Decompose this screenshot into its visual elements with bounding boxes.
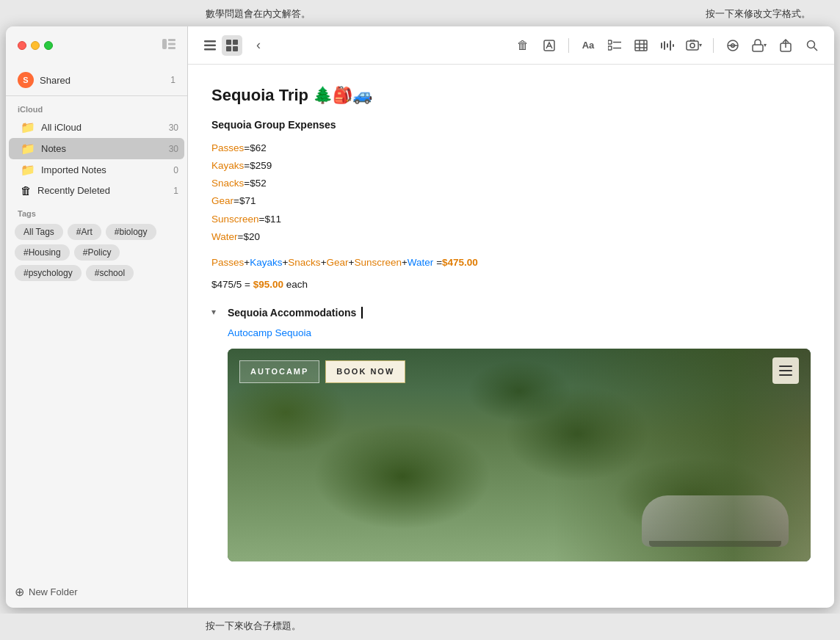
expense-kayaks: Kayaks=$259 <box>211 157 811 175</box>
svg-rect-7 <box>226 40 231 45</box>
imported-notes-badge: 0 <box>173 165 178 175</box>
list-view-button[interactable] <box>200 35 220 56</box>
sidebar-item-shared[interactable]: S Shared 1 <box>12 68 181 92</box>
tooltip-bar: 數學問題會在內文解答。 按一下來修改文字格式。 <box>0 0 840 26</box>
expense-passes: Passes=$62 <box>211 139 811 157</box>
collapse-chevron-icon[interactable]: ▾ <box>211 305 223 319</box>
export-button[interactable] <box>775 35 796 56</box>
svg-rect-8 <box>233 40 238 45</box>
tags-section: Tags All Tags #Art #biology #Housing #Po… <box>6 200 187 287</box>
expense-gear: Gear=$71 <box>211 192 811 210</box>
top-right-tooltip: 按一下來修改文字格式。 <box>706 7 811 21</box>
svg-rect-1 <box>168 39 175 41</box>
svg-rect-2 <box>168 43 175 46</box>
icloud-section: iCloud 📁 All iCloud 30 📁 Notes 30 📁 Impo… <box>6 96 187 200</box>
svg-rect-21 <box>661 43 662 48</box>
maximize-button[interactable] <box>44 41 53 50</box>
expenses-list: Passes=$62 Kayaks=$259 Snacks=$52 Gear=$… <box>211 139 811 247</box>
subheading-row: ▾ Sequoia Accommodations <box>211 305 811 321</box>
recently-deleted-label: Recently Deleted <box>37 185 167 196</box>
svg-rect-26 <box>687 41 698 50</box>
trash-icon: 🗑 <box>21 184 32 197</box>
sidebar-item-notes[interactable]: 📁 Notes 30 <box>9 138 184 159</box>
svg-point-33 <box>808 40 815 48</box>
expense-sunscreen: Sunscreen=$11 <box>211 211 811 228</box>
autocamp-link[interactable]: Autocamp Sequoia <box>228 325 811 341</box>
svg-rect-12 <box>608 40 612 44</box>
main-content: ‹ 🗑 Aa <box>188 26 834 608</box>
minimize-button[interactable] <box>31 41 40 50</box>
web-preview-header: AUTOCAMP BOOK NOW <box>239 360 405 384</box>
svg-rect-0 <box>162 39 167 49</box>
svg-rect-10 <box>233 46 238 51</box>
format-text-button[interactable]: Aa <box>578 35 598 56</box>
tag-policy[interactable]: #Policy <box>74 244 120 261</box>
sidebar-item-all-icloud[interactable]: 📁 All iCloud 30 <box>9 117 184 138</box>
trailer-illustration <box>642 495 789 547</box>
new-folder-label: New Folder <box>29 586 77 597</box>
web-preview-menu-button[interactable] <box>772 357 799 384</box>
audio-button[interactable] <box>657 35 678 56</box>
search-button[interactable] <box>802 35 822 56</box>
shared-badge: 1 <box>170 75 175 85</box>
toolbar: ‹ 🗑 Aa <box>188 26 834 65</box>
photo-button[interactable]: ▾ <box>684 35 704 56</box>
section2-header: Sequoia Accommodations <box>228 305 356 321</box>
tag-all-tags[interactable]: All Tags <box>15 224 63 240</box>
plus-icon: ⊕ <box>15 585 24 599</box>
grid-view-button[interactable] <box>222 35 242 56</box>
tag-housing[interactable]: #Housing <box>15 244 70 261</box>
shared-label: Shared <box>40 75 164 86</box>
autocamp-badge: AUTOCAMP <box>239 360 319 384</box>
all-icloud-label: All iCloud <box>41 122 163 133</box>
view-toggle-group <box>200 35 242 56</box>
note-editor[interactable]: Sequoia Trip 🌲🎒🚙 Sequoia Group Expenses … <box>188 65 834 608</box>
compose-button[interactable] <box>539 35 560 56</box>
tag-art[interactable]: #Art <box>68 224 101 240</box>
bottom-tooltip-bar: 按一下來收合子標題。 <box>0 614 840 640</box>
sidebar-titlebar <box>6 26 187 65</box>
section1-header: Sequoia Group Expenses <box>211 117 811 133</box>
per-person-row: $475/5 = $95.00 each <box>211 277 811 293</box>
svg-rect-14 <box>608 46 612 50</box>
sidebar-item-recently-deleted[interactable]: 🗑 Recently Deleted 1 <box>9 181 184 200</box>
tags-header: Tags <box>12 209 181 224</box>
folder-icon-imported: 📁 <box>21 163 35 177</box>
expense-water: Water=$20 <box>211 228 811 246</box>
svg-rect-25 <box>673 44 674 47</box>
web-preview-card[interactable]: AUTOCAMP BOOK NOW <box>228 349 811 561</box>
checklist-button[interactable] <box>604 35 625 56</box>
svg-line-34 <box>814 47 818 51</box>
lock-button[interactable]: ▾ <box>749 35 770 56</box>
tag-school[interactable]: #school <box>86 265 134 281</box>
notes-label: Notes <box>41 143 163 154</box>
tag-psychology[interactable]: #psychology <box>15 265 82 281</box>
tags-grid: All Tags #Art #biology #Housing #Policy … <box>12 224 181 281</box>
sidebar: S Shared 1 iCloud 📁 All iCloud 30 📁 Note… <box>6 26 188 608</box>
book-now-button[interactable]: BOOK NOW <box>325 360 405 384</box>
toolbar-separator-2 <box>713 38 714 53</box>
chevron-left-icon: ‹ <box>256 37 261 53</box>
icloud-header: iCloud <box>6 96 187 117</box>
table-button[interactable] <box>631 35 651 56</box>
trash-toolbar-icon: 🗑 <box>517 39 529 52</box>
all-icloud-badge: 30 <box>169 123 178 133</box>
new-folder-button[interactable]: ⊕ New Folder <box>6 579 187 608</box>
folder-icon-notes: 📁 <box>21 142 35 156</box>
close-button[interactable] <box>18 41 26 50</box>
traffic-lights <box>18 41 53 50</box>
svg-rect-23 <box>667 43 668 48</box>
svg-rect-24 <box>670 40 671 51</box>
bottom-tooltip-text: 按一下來收合子標題。 <box>206 619 301 633</box>
sidebar-item-imported-notes[interactable]: 📁 Imported Notes 0 <box>9 159 184 181</box>
svg-rect-9 <box>226 46 231 51</box>
svg-rect-4 <box>204 40 216 43</box>
sidebar-toggle-icon[interactable] <box>162 39 175 52</box>
delete-button[interactable]: 🗑 <box>513 35 533 56</box>
share-link-button[interactable] <box>723 35 743 56</box>
tag-biology[interactable]: #biology <box>106 224 156 240</box>
svg-rect-5 <box>204 44 216 46</box>
back-button[interactable]: ‹ <box>248 35 269 56</box>
folder-icon: 📁 <box>21 120 35 134</box>
svg-rect-16 <box>635 40 647 51</box>
